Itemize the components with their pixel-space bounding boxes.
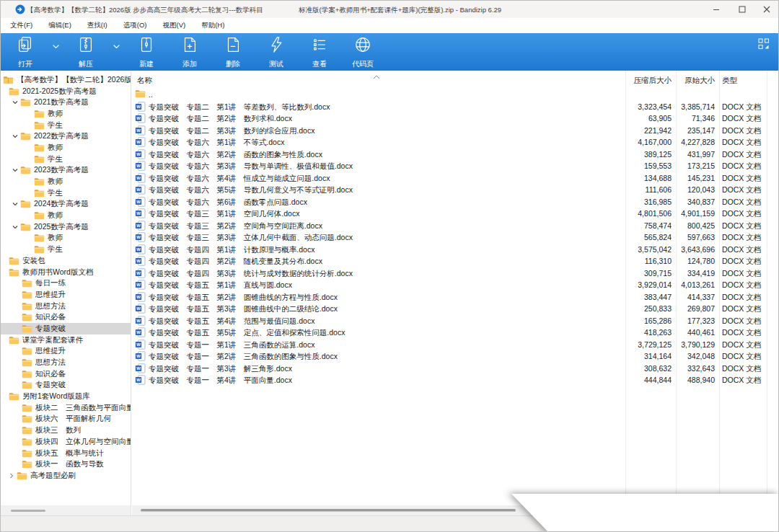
file-row[interactable]: W专题突破 专题四 第2讲 随机变量及其分布.docx116,310124,78… <box>132 255 778 267</box>
tree-item[interactable]: 学生 <box>1 244 131 255</box>
menu-item[interactable]: 帮助(H) <box>193 18 232 33</box>
file-row[interactable]: W专题突破 专题五 第3讲 圆锥曲线中的二级结论.docx250,833269,… <box>132 303 778 315</box>
column-header-original-size[interactable]: 原始大小 <box>676 76 715 86</box>
file-row[interactable]: W专题突破 专题二 第3讲 数列的综合应用.docx221,942235,147… <box>132 125 778 137</box>
file-row[interactable]: W专题突破 专题一 第1讲 三角函数的运算.docx3,729,1253,790… <box>132 339 778 351</box>
file-row[interactable]: W专题突破 专题一 第2讲 三角函数的图象与性质.docx314,164342,… <box>132 350 778 363</box>
tree-item[interactable]: 2023数学高考题 <box>1 165 131 177</box>
file-row[interactable]: W专题突破 专题四 第1讲 计数原理与概率.docx3,575,0423,643… <box>132 244 778 256</box>
file-row[interactable]: W专题突破 专题一 第3讲 解三角形.docx308,632332,643DOC… <box>132 363 778 375</box>
file-row[interactable]: W专题突破 专题一 第4讲 平面向量.docx444,844488,940DOC… <box>132 374 778 386</box>
delete-button[interactable]: 删除 <box>216 35 250 68</box>
tree-item[interactable]: 2021-2025数学高考题 <box>1 86 131 97</box>
panel-divider[interactable] <box>131 71 131 516</box>
tree-item[interactable]: 教师 <box>1 108 131 120</box>
panel-layout-icon[interactable] <box>758 38 770 50</box>
file-row[interactable]: W专题突破 专题三 第3讲 立体几何中截面、动态问题.docx565,82459… <box>132 231 778 244</box>
chevron-down-icon[interactable] <box>10 99 19 106</box>
chevron-right-icon[interactable] <box>6 472 16 479</box>
tree-item[interactable]: 知识必备 <box>1 311 131 323</box>
tree-item[interactable]: 教师 <box>1 210 131 221</box>
file-row[interactable]: W专题突破 专题三 第2讲 空间角与空间距离.docx758,474800,42… <box>132 220 778 232</box>
tree-item[interactable]: 板块二 三角函数与平面向量 <box>1 402 131 414</box>
file-type: DOCX 文档 <box>722 114 761 124</box>
folder-tree: 【高考数学】【数学二轮】2026版 步步高高三年级高考大二轮复习---数学科目2… <box>1 74 131 505</box>
menu-item[interactable]: 选项(O) <box>115 18 155 33</box>
tree-item[interactable]: 板块四 立体几何与空间向量 <box>1 436 131 448</box>
tree-item[interactable]: 学生 <box>1 187 131 199</box>
file-row[interactable]: W专题突破 专题五 第2讲 圆锥曲线的方程与性质.docx383,447414,… <box>132 291 778 303</box>
compressed-size: 3,575,042 <box>532 245 672 254</box>
column-header-compressed-size[interactable]: 压缩后大小 <box>532 76 672 86</box>
original-size: 124,780 <box>676 257 715 265</box>
tree-item[interactable]: 思想方法 <box>1 357 131 368</box>
file-row[interactable]: W专题突破 专题六 第4讲 恒成立与能成立问题.docx134,688145,2… <box>132 172 778 185</box>
tree-item[interactable]: 安装包 <box>1 255 131 267</box>
file-row[interactable]: W专题突破 专题六 第6讲 函数零点问题.docx316,985340,837D… <box>132 196 778 208</box>
menu-item[interactable]: 视图(V) <box>155 18 194 33</box>
tree-item[interactable]: 课堂学案配套课件 <box>1 334 131 346</box>
file-row[interactable]: W专题突破 专题六 第1讲 不等式.docx4,167,0004,227,828… <box>132 136 778 148</box>
tree-item[interactable]: 知识必备 <box>1 368 131 380</box>
tree-item[interactable]: 专题突破 <box>1 380 131 391</box>
tree-item[interactable]: 学生 <box>1 120 131 131</box>
tree-item[interactable]: 【高考数学】【数学二轮】2026版 步步高高三年级高考大二轮复习---数学科目 <box>1 74 131 86</box>
file-row[interactable]: W专题突破 专题二 第2讲 数列求和.docx63,90571,346DOCX … <box>132 112 778 125</box>
test-button[interactable]: 测试 <box>259 35 294 68</box>
file-row[interactable]: W专题突破 专题六 第2讲 函数的图象与性质.docx389,125431,99… <box>132 148 778 161</box>
tree-item[interactable]: 每日一练 <box>1 278 131 289</box>
file-row[interactable]: W专题突破 专题二 第1讲 等差数列、等比数列.docx3,323,4543,3… <box>132 101 778 113</box>
tree-item[interactable]: 2024数学高考题 <box>1 199 131 210</box>
menu-item[interactable]: 编辑(E) <box>40 18 79 33</box>
file-row[interactable]: W专题突破 专题六 第5讲 导数几何意义与不等式证明.docx111,60612… <box>132 184 778 196</box>
tree-item[interactable]: 专题突破 <box>1 323 131 334</box>
menu-item[interactable]: 查找(I) <box>79 18 115 33</box>
list-hscrollbar-thumb[interactable] <box>141 509 516 512</box>
add-button[interactable]: 添加 <box>172 35 207 68</box>
column-header-type[interactable]: 类型 <box>722 76 737 86</box>
file-row[interactable]: W专题突破 专题四 第3讲 统计与成对数据的统计分析.docx309,71533… <box>132 267 778 280</box>
open-dropdown-chevron-icon[interactable] <box>51 35 60 68</box>
close-button[interactable] <box>754 1 779 18</box>
tree-item[interactable]: 教师 <box>1 142 131 154</box>
tree-item[interactable]: 教师 <box>1 233 131 244</box>
file-row[interactable]: W专题突破 专题五 第4讲 范围与最值问题.docx165,286177,323… <box>132 315 778 327</box>
menu-item[interactable]: 文件(F) <box>2 18 40 33</box>
file-row[interactable]: .. <box>132 89 778 101</box>
tree-item[interactable]: 板块三 数列 <box>1 425 131 436</box>
file-row[interactable]: W专题突破 专题三 第1讲 空间几何体.docx4,801,5064,901,1… <box>132 208 778 220</box>
tree-item[interactable]: 思维提升 <box>1 346 131 358</box>
minimize-button[interactable] <box>704 1 729 18</box>
tree-item[interactable]: 思维提升 <box>1 289 131 301</box>
view-button[interactable]: 查看 <box>302 35 337 68</box>
tree-item[interactable]: 思想方法 <box>1 301 131 312</box>
svg-text:W: W <box>136 187 141 192</box>
extract-dropdown-chevron-icon[interactable] <box>112 35 120 68</box>
file-row[interactable]: W专题突破 专题五 第5讲 定点、定值和探索性问题.docx418,263440… <box>132 327 778 339</box>
tree-hscrollbar-thumb[interactable] <box>11 510 45 512</box>
column-header-name[interactable]: 名称 <box>137 76 152 86</box>
tree-item[interactable]: 教师 <box>1 176 131 187</box>
tree-item[interactable]: 高考题型必刷 <box>1 470 131 482</box>
chevron-down-icon[interactable] <box>10 167 19 174</box>
extract-button[interactable]: 解压 <box>69 35 103 68</box>
tree-item[interactable]: 2022数学高考题 <box>1 130 131 142</box>
chevron-down-icon[interactable] <box>10 223 19 231</box>
tree-item[interactable]: 教师用书Word版文档 <box>1 267 131 278</box>
chevron-down-icon[interactable] <box>10 133 19 140</box>
file-row[interactable]: W专题突破 专题六 第3讲 导数与单调性、极值和最值.docx159,55317… <box>132 160 778 172</box>
new-button[interactable]: 新建 <box>129 35 164 68</box>
maximize-button[interactable] <box>730 1 754 18</box>
chevron-down-icon[interactable] <box>10 200 19 208</box>
open-button[interactable]: 打开 <box>8 35 43 68</box>
tree-item[interactable]: 另附1套Word版题库 <box>1 391 131 402</box>
tree-item[interactable]: 2025数学高考题 <box>1 221 131 233</box>
tree-item[interactable]: 学生 <box>1 154 131 165</box>
codepage-button[interactable]: 代码页 <box>346 35 380 68</box>
tree-item[interactable]: 板块五 概率与统计 <box>1 448 131 459</box>
tree-item[interactable]: 板块一 函数与导数 <box>1 458 131 470</box>
tree-item[interactable]: 板块六 平面解析几何 <box>1 414 131 425</box>
tree-hscrollbar[interactable] <box>1 505 131 516</box>
tree-item[interactable]: 2021数学高考题 <box>1 97 131 108</box>
file-row[interactable]: W专题突破 专题五 第1讲 直线与圆.docx3,929,0144,013,26… <box>132 279 778 291</box>
